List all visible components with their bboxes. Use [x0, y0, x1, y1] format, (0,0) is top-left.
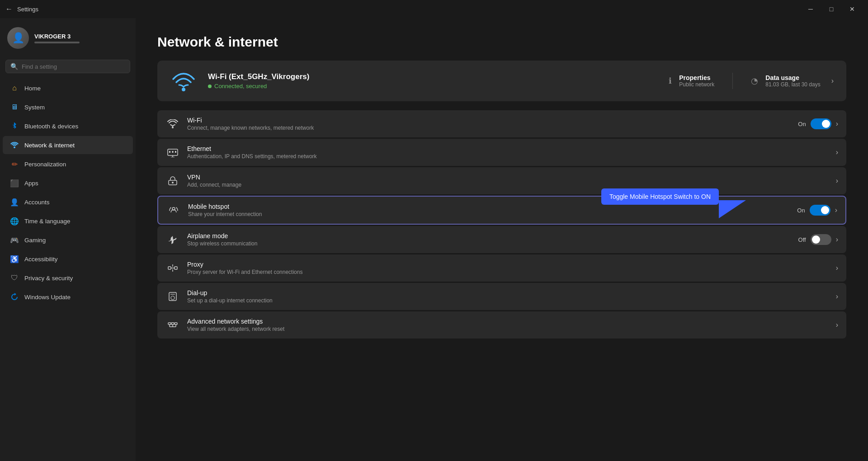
sidebar-item-label: Apps [24, 180, 38, 187]
search-box[interactable]: 🔍 [5, 60, 130, 73]
back-button[interactable]: ← [5, 5, 13, 13]
proxy-item-icon [165, 261, 180, 275]
setting-dialup[interactable]: Dial-up Set up a dial-up internet connec… [157, 283, 846, 310]
svg-rect-17 [169, 292, 176, 301]
personalize-icon: ✏ [10, 160, 19, 169]
update-icon [10, 292, 19, 301]
airplane-toggle[interactable] [811, 234, 831, 245]
wifi-header-card[interactable]: Wi-Fi (Ext_5GHz_Vikrogers) Connected, se… [157, 61, 846, 101]
svg-rect-13 [175, 267, 177, 269]
hotspot-item-right: On › [797, 205, 837, 216]
dialup-item-text: Dial-up Set up a dial-up internet connec… [187, 289, 829, 304]
svg-rect-4 [169, 151, 170, 153]
hotspot-chevron: › [835, 206, 837, 214]
ethernet-item-text: Ethernet Authentication, IP and DNS sett… [187, 145, 829, 160]
hotspot-toggle[interactable] [810, 205, 830, 216]
sidebar-item-privacy[interactable]: 🛡 Privacy & security [3, 269, 133, 287]
sidebar-item-label: Time & language [24, 218, 71, 225]
dialup-item-icon [165, 289, 180, 304]
settings-list: Wi-Fi Connect, manage known networks, me… [157, 110, 846, 339]
advanced-item-right: › [836, 321, 838, 329]
avatar: 👤 [7, 27, 29, 49]
sidebar-item-label: Privacy & security [24, 275, 73, 282]
wifi-large-icon [170, 70, 197, 92]
svg-point-10 [172, 182, 174, 183]
setting-airplane-mode[interactable]: Airplane mode Stop wireless communicatio… [157, 226, 846, 253]
svg-rect-22 [175, 323, 177, 325]
sidebar-item-label: Accessibility [24, 256, 58, 263]
hotspot-item-icon [166, 203, 181, 217]
wifi-item-sub: Connect, manage known networks, metered … [187, 125, 791, 131]
wifi-item-text: Wi-Fi Connect, manage known networks, me… [187, 117, 791, 131]
sidebar-item-accounts[interactable]: 👤 Accounts [3, 193, 133, 211]
sidebar-item-update[interactable]: Windows Update [3, 288, 133, 306]
proxy-item-sub: Proxy server for Wi-Fi and Ethernet conn… [187, 269, 829, 275]
airplane-item-icon [165, 232, 180, 247]
maximize-button[interactable]: □ [821, 2, 842, 16]
vpn-item-right: › [836, 177, 838, 185]
time-icon: 🌐 [10, 216, 19, 226]
svg-rect-12 [168, 267, 171, 269]
minimize-button[interactable]: ─ [800, 2, 821, 16]
advanced-chevron: › [836, 321, 838, 329]
airplane-toggle-thumb [812, 235, 820, 244]
data-usage-icon: ◔ [751, 76, 758, 86]
advanced-item-icon [165, 318, 180, 332]
network-icon [10, 141, 19, 150]
sidebar-item-apps[interactable]: ⬛ Apps [3, 174, 133, 192]
airplane-item-title: Airplane mode [187, 232, 791, 240]
sidebar-item-label: System [24, 104, 45, 111]
sidebar-item-system[interactable]: 🖥 System [3, 98, 133, 116]
wifi-prop-data: Data usage 81.03 GB, last 30 days [765, 74, 820, 88]
wifi-info: Wi-Fi (Ext_5GHz_Vikrogers) Connected, se… [208, 72, 658, 89]
wifi-status: Connected, secured [208, 83, 658, 89]
sidebar-item-gaming[interactable]: 🎮 Gaming [3, 231, 133, 249]
setting-proxy[interactable]: Proxy Proxy server for Wi-Fi and Etherne… [157, 254, 846, 282]
svg-point-18 [171, 296, 175, 300]
accessibility-icon: ♿ [10, 254, 19, 263]
airplane-item-text: Airplane mode Stop wireless communicatio… [187, 232, 791, 247]
wifi-name: Wi-Fi (Ext_5GHz_Vikrogers) [208, 72, 658, 81]
sidebar-item-accessibility[interactable]: ♿ Accessibility [3, 250, 133, 268]
sidebar-profile[interactable]: 👤 VIKROGER 3 [0, 18, 136, 58]
wifi-toggle[interactable] [811, 118, 831, 129]
hotspot-toggle-label: On [797, 207, 805, 214]
apps-icon: ⬛ [10, 179, 19, 188]
setting-wifi[interactable]: Wi-Fi Connect, manage known networks, me… [157, 110, 846, 137]
ethernet-item-sub: Authentication, IP and DNS settings, met… [187, 153, 829, 160]
svg-point-0 [14, 146, 15, 148]
sidebar-item-label: Network & internet [24, 142, 75, 149]
hotspot-item-text: Mobile hotspot Share your internet conne… [188, 203, 790, 217]
airplane-chevron: › [836, 235, 838, 244]
setting-advanced[interactable]: Advanced network settings View all netwo… [157, 311, 846, 339]
setting-ethernet[interactable]: Ethernet Authentication, IP and DNS sett… [157, 139, 846, 166]
sidebar-item-label: Personalization [24, 161, 66, 168]
airplane-item-sub: Stop wireless communication [187, 240, 791, 247]
sidebar-item-personalization[interactable]: ✏ Personalization [3, 155, 133, 173]
setting-vpn[interactable]: VPN Add, connect, manage › [157, 167, 846, 194]
sidebar-item-bluetooth[interactable]: Bluetooth & devices [3, 117, 133, 135]
ethernet-item-icon [165, 145, 180, 160]
svg-point-2 [172, 127, 174, 128]
proxy-item-title: Proxy [187, 261, 829, 268]
info-icon: ℹ [669, 76, 672, 86]
setting-mobile-hotspot[interactable]: Toggle Mobile Hotspot Switch to ON Mobil… [157, 196, 846, 225]
proxy-item-text: Proxy Proxy server for Wi-Fi and Etherne… [187, 261, 829, 275]
vpn-item-icon [165, 174, 180, 188]
main-content: Network & internet Wi-Fi (Ext_5GHz_Vikro… [136, 18, 868, 461]
sidebar-item-time[interactable]: 🌐 Time & language [3, 212, 133, 230]
close-button[interactable]: ✕ [842, 2, 863, 16]
svg-rect-21 [171, 323, 174, 325]
search-input[interactable] [22, 63, 125, 70]
titlebar-left: ← Settings [5, 5, 38, 13]
wifi-toggle-label: On [798, 121, 806, 127]
sidebar-item-network[interactable]: Network & internet [3, 136, 133, 154]
wifi-data-usage: ◔ Data usage 81.03 GB, last 30 days [751, 74, 820, 88]
ethernet-chevron: › [836, 148, 838, 156]
page-title: Network & internet [157, 34, 846, 50]
dialup-item-sub: Set up a dial-up internet connection [187, 297, 829, 304]
sidebar-item-home[interactable]: ⌂ Home [3, 79, 133, 97]
tooltip-callout: Toggle Mobile Hotspot Switch to ON [601, 188, 719, 205]
dialup-item-title: Dial-up [187, 289, 829, 296]
vpn-item-title: VPN [187, 174, 829, 181]
